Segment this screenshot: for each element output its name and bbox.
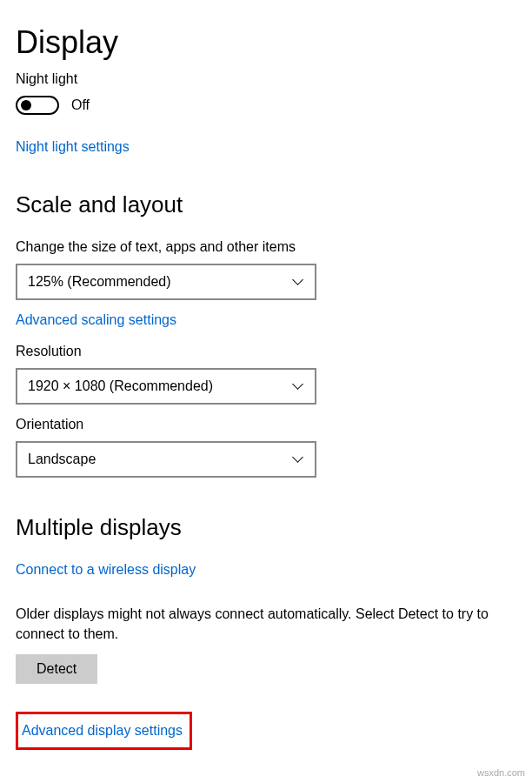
scale-select[interactable]: 125% (Recommended) xyxy=(16,264,316,300)
detect-help-text: Older displays might not always connect … xyxy=(16,604,494,644)
page-title: Display xyxy=(16,24,516,61)
chevron-down-icon xyxy=(292,276,304,288)
scale-layout-heading: Scale and layout xyxy=(16,191,516,218)
orientation-label: Orientation xyxy=(16,417,516,432)
scale-select-value: 125% (Recommended) xyxy=(28,274,171,290)
night-light-label: Night light xyxy=(16,71,516,87)
chevron-down-icon xyxy=(292,453,304,465)
connect-wireless-display-link[interactable]: Connect to a wireless display xyxy=(16,562,196,578)
night-light-toggle-row: Off xyxy=(16,96,516,115)
orientation-select-value: Landscape xyxy=(28,452,96,467)
advanced-scaling-link[interactable]: Advanced scaling settings xyxy=(16,312,176,328)
night-light-settings-link[interactable]: Night light settings xyxy=(16,139,130,155)
orientation-select[interactable]: Landscape xyxy=(16,441,316,478)
chevron-down-icon xyxy=(292,380,304,392)
resolution-select-value: 1920 × 1080 (Recommended) xyxy=(28,378,213,394)
advanced-display-settings-link[interactable]: Advanced display settings xyxy=(22,723,183,739)
resolution-label: Resolution xyxy=(16,344,516,359)
scale-label: Change the size of text, apps and other … xyxy=(16,239,516,255)
toggle-knob xyxy=(21,100,31,110)
night-light-toggle[interactable] xyxy=(16,96,59,115)
night-light-toggle-state: Off xyxy=(71,97,90,113)
watermark: wsxdn.com xyxy=(477,767,525,778)
detect-button[interactable]: Detect xyxy=(16,654,97,684)
resolution-select[interactable]: 1920 × 1080 (Recommended) xyxy=(16,368,316,405)
multiple-displays-heading: Multiple displays xyxy=(16,514,516,541)
highlight-box: Advanced display settings xyxy=(16,712,192,750)
